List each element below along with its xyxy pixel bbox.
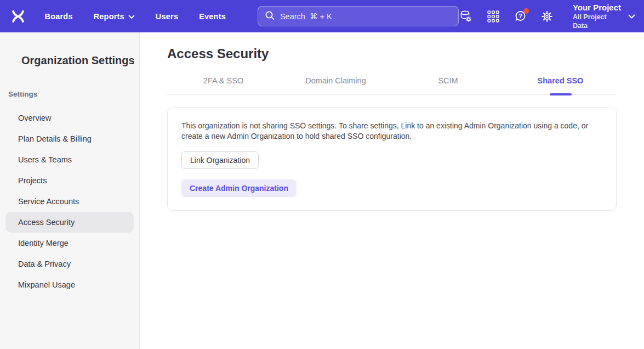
shared-sso-description: This organization is not sharing SSO set… bbox=[181, 121, 602, 142]
sidebar-nav-list: Overview Plan Details & Billing Users & … bbox=[0, 108, 139, 295]
shared-sso-card: This organization is not sharing SSO set… bbox=[167, 107, 617, 211]
apps-grid-icon[interactable] bbox=[486, 9, 500, 24]
tab-domain-claiming[interactable]: Domain Claiming bbox=[280, 76, 392, 94]
sidebar-item-users-teams[interactable]: Users & Teams bbox=[5, 149, 134, 170]
settings-gear-icon[interactable] bbox=[540, 9, 554, 24]
sidebar-item-projects[interactable]: Projects bbox=[5, 170, 134, 191]
nav-link-boards[interactable]: Boards bbox=[45, 12, 73, 21]
sidebar-item-mixpanel-usage[interactable]: Mixpanel Usage bbox=[5, 274, 134, 295]
sidebar-item-data-privacy[interactable]: Data & Privacy bbox=[5, 254, 134, 274]
sidebar-item-overview[interactable]: Overview bbox=[5, 108, 134, 128]
nav-link-users[interactable]: Users bbox=[156, 12, 178, 21]
tab-shared-sso[interactable]: Shared SSO bbox=[504, 76, 617, 94]
search-bar[interactable] bbox=[258, 6, 459, 26]
tab-bar: 2FA & SSO Domain Claiming SCIM Shared SS… bbox=[167, 76, 617, 95]
nav-link-label: Events bbox=[199, 12, 226, 21]
project-switcher[interactable]: Your Project All Project Data bbox=[573, 3, 635, 30]
link-organization-button[interactable]: Link Organization bbox=[181, 151, 259, 169]
nav-link-label: Reports bbox=[94, 12, 124, 21]
page-title: Access Security bbox=[167, 46, 617, 61]
settings-sidebar: Organization Settings Settings Overview … bbox=[0, 32, 140, 349]
help-icon[interactable]: ? bbox=[513, 9, 527, 24]
project-name: Your Project bbox=[573, 3, 622, 13]
notification-dot bbox=[523, 8, 529, 14]
sidebar-title: Organization Settings bbox=[0, 54, 139, 67]
tab-2fa-sso[interactable]: 2FA & SSO bbox=[167, 76, 280, 94]
sidebar-item-plan-details-billing[interactable]: Plan Details & Billing bbox=[5, 128, 134, 149]
navbar-right-group: ? Your Project All Project Data bbox=[459, 3, 635, 30]
chevron-down-icon bbox=[628, 12, 635, 21]
svg-text:?: ? bbox=[518, 13, 522, 19]
search-icon bbox=[265, 10, 275, 22]
data-management-icon[interactable] bbox=[459, 9, 473, 24]
sidebar-item-identity-merge[interactable]: Identity Merge bbox=[5, 233, 134, 254]
nav-link-events[interactable]: Events bbox=[199, 12, 226, 21]
project-subtitle: All Project Data bbox=[573, 13, 622, 30]
main-content: Access Security 2FA & SSO Domain Claimin… bbox=[140, 32, 644, 349]
nav-link-label: Boards bbox=[45, 12, 73, 21]
sidebar-section-label: Settings bbox=[0, 90, 139, 98]
nav-link-label: Users bbox=[156, 12, 178, 21]
mixpanel-logo-icon[interactable] bbox=[10, 9, 26, 24]
chevron-down-icon bbox=[128, 12, 135, 21]
sidebar-item-access-security[interactable]: Access Security bbox=[5, 212, 134, 233]
nav-link-reports[interactable]: Reports bbox=[94, 12, 135, 21]
search-input[interactable] bbox=[280, 12, 452, 21]
create-admin-organization-button[interactable]: Create Admin Organization bbox=[181, 179, 297, 197]
sidebar-item-service-accounts[interactable]: Service Accounts bbox=[5, 191, 134, 212]
top-navbar: Boards Reports Users Events bbox=[0, 0, 644, 32]
tab-scim[interactable]: SCIM bbox=[392, 76, 504, 94]
